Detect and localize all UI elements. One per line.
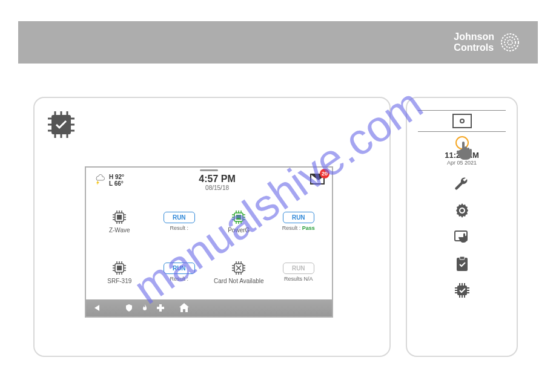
srf319-label: SRF-319 (107, 278, 131, 284)
svg-point-1 (505, 37, 515, 48)
back-arrow-icon[interactable] (92, 304, 104, 312)
svg-rect-76 (457, 286, 467, 295)
svg-rect-72 (157, 307, 164, 309)
srf319-result: Result : (170, 276, 188, 282)
brand-logo: Johnson Controls (454, 31, 520, 53)
zwave-cell: Z-Wave (91, 197, 148, 246)
card-label: Card Not Available (214, 278, 264, 284)
powerg-result: Result : Pass (282, 225, 315, 231)
chip-check-small-icon[interactable] (454, 282, 471, 299)
chip-check-icon (45, 109, 77, 140)
storm-icon (93, 174, 105, 186)
right-panel: 11:23 AM Apr 05 2021 (406, 97, 518, 357)
card-result: Results N/A (284, 276, 313, 282)
brand-line1: Johnson (454, 31, 494, 42)
chip-icon (111, 209, 127, 225)
card-cell: Card Not Available (210, 248, 268, 296)
weather-block: H 92° L 66° (93, 174, 124, 187)
screen-date: 08/15/18 (199, 185, 235, 191)
wrench-icon[interactable] (454, 175, 471, 192)
powerg-cell: PowerG (210, 197, 268, 246)
powerg-label: PowerG (228, 227, 250, 234)
touch-test-icon[interactable] (454, 229, 471, 246)
header-bar: Johnson Controls (18, 21, 538, 64)
powerg-run-button[interactable]: RUN (283, 212, 314, 223)
zwave-label: Z-Wave (109, 227, 130, 234)
plus-icon[interactable] (156, 304, 165, 312)
gear-icon[interactable] (454, 202, 471, 219)
svg-rect-75 (460, 256, 465, 260)
device-screen: H 92° L 66° 4:57 PM 08/15/18 20 Z-Wave R… (85, 166, 333, 318)
home-icon[interactable] (178, 302, 190, 314)
mail-count: 20 (320, 169, 329, 178)
flame-icon[interactable] (141, 304, 149, 312)
card-run-button: RUN (283, 263, 314, 274)
shield-icon[interactable] (125, 304, 133, 312)
clipboard-icon[interactable] (454, 255, 471, 272)
mail-button[interactable]: 20 (310, 174, 325, 185)
svg-rect-43 (236, 215, 241, 220)
screen-time: 4:57 PM (199, 174, 235, 185)
zwave-run-button[interactable]: RUN (164, 212, 195, 223)
brand-line2: Controls (454, 42, 494, 53)
chip-icon (111, 260, 127, 276)
svg-rect-57 (117, 266, 122, 270)
temp-high: H 92° (109, 174, 124, 180)
svg-rect-29 (117, 215, 122, 220)
zwave-result: Result : (170, 225, 188, 231)
camera-icon (452, 114, 472, 128)
touch-hand-icon (454, 138, 478, 162)
brand-icon (500, 33, 520, 52)
bottom-nav (86, 299, 332, 316)
svg-point-2 (508, 40, 512, 45)
chip-x-icon (231, 260, 247, 276)
temp-low: L 66° (109, 180, 124, 187)
chip-icon (231, 209, 247, 225)
srf319-run-button[interactable]: RUN (164, 263, 195, 274)
srf319-cell: SRF-319 (91, 248, 148, 296)
pulldown-preview: 11:23 AM Apr 05 2021 (418, 107, 506, 166)
